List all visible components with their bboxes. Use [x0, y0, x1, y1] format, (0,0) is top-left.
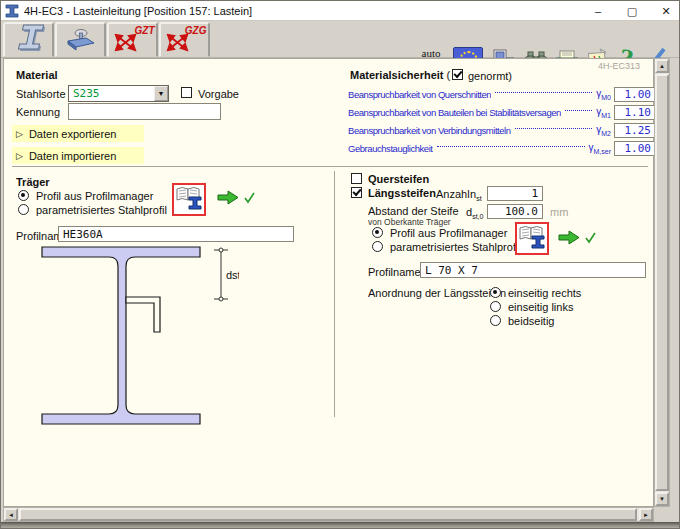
- traeger-parametrisiert-label: parametrisiertes Stahlprofil: [36, 204, 167, 216]
- module-code: 4H-EC313: [598, 61, 640, 71]
- app-window: 4H-EC3 - Lasteinleitung [Position 157: L…: [0, 0, 680, 529]
- anordnung-links-label: einseitig links: [508, 301, 573, 313]
- traeger-profilmanager-button[interactable]: [172, 183, 206, 216]
- title-bar: 4H-EC3 - Lasteinleitung [Position 157: L…: [1, 1, 679, 21]
- traeger-profilmanager-radio[interactable]: [18, 190, 29, 201]
- gzt-crossed-arrows-icon: GZT: [111, 26, 155, 54]
- gzg-label: GZG: [185, 25, 207, 36]
- column-divider: [334, 171, 335, 417]
- daten-importieren-action[interactable]: ▷ Daten importieren: [12, 147, 144, 164]
- scroll-right-button[interactable]: ►: [639, 508, 653, 521]
- green-check-icon: [584, 231, 597, 244]
- gamma-row: Beanspruchbarkeit von Querschnitten γM0 …: [348, 86, 656, 102]
- i-beam-shape: [42, 247, 200, 424]
- gamma-row: Gebrauchstauglichkeit γM,ser 1.00: [348, 140, 656, 156]
- gamma-symbol: γM1: [596, 106, 611, 119]
- window-bottom-frame: [1, 522, 679, 529]
- anordnung-rechts-radio[interactable]: [490, 287, 501, 298]
- dimension-label: dst0: [226, 269, 239, 281]
- green-arrow-icon: [216, 190, 240, 205]
- kennung-input[interactable]: [68, 103, 221, 120]
- stahlsorte-select[interactable]: S235 ▼: [68, 85, 169, 102]
- gamma-symbol: γM,ser: [589, 142, 612, 155]
- angle-stiffener-shape: [126, 297, 160, 332]
- green-check-icon: [243, 191, 256, 204]
- scroll-down-button[interactable]: ▼: [655, 492, 669, 506]
- steifen-profilmanager-label: Profil aus Profilmanager: [390, 227, 507, 239]
- traeger-profilname-input[interactable]: [58, 226, 294, 242]
- vorgabe-checkbox[interactable]: [181, 87, 192, 98]
- anordnung-links-radio[interactable]: [490, 301, 501, 312]
- green-arrow-icon: [557, 230, 581, 245]
- gamma-row: Beanspruchbarkeit von Verbindungsmitteln…: [348, 122, 656, 138]
- dotted-leader: [515, 128, 593, 129]
- steifen-profilmanager-button[interactable]: [515, 222, 549, 255]
- gamma-row-label: Gebrauchstauglichkeit: [348, 143, 433, 154]
- laengssteifen-label: Längssteifen: [368, 187, 436, 199]
- traeger-parametrisiert-radio[interactable]: [18, 204, 29, 215]
- gzt-label: GZT: [135, 25, 155, 36]
- stahlsorte-label: Stahlsorte: [16, 88, 66, 100]
- dropdown-arrow-icon[interactable]: ▼: [154, 86, 168, 101]
- vertical-scroll-thumb[interactable]: [655, 74, 669, 491]
- run-arrow-icon: ▷: [16, 151, 23, 161]
- steifen-profilname-input[interactable]: [420, 262, 646, 278]
- gamma-symbol: γM0: [596, 88, 611, 101]
- horizontal-scrollbar[interactable]: ◄ ►: [3, 507, 654, 522]
- material-section-title: Material: [16, 69, 58, 81]
- main-panel: 4H-EC313 Material Stahlsorte S235 ▼ Vorg…: [3, 58, 654, 507]
- daten-exportieren-label: Daten exportieren: [29, 128, 116, 140]
- dotted-leader: [437, 146, 585, 147]
- steifen-status: [557, 230, 597, 245]
- gamma-value[interactable]: 1.10: [614, 105, 656, 120]
- dotted-leader: [565, 110, 592, 111]
- abstand-unit: mm: [550, 206, 568, 218]
- scroll-up-button[interactable]: ▲: [655, 59, 669, 73]
- gamma-row-label: Beanspruchbarkeit von Querschnitten: [348, 89, 491, 100]
- tab-gzg[interactable]: GZG: [159, 22, 210, 57]
- anzahl-input[interactable]: [487, 186, 543, 201]
- vorgabe-label: Vorgabe: [198, 88, 239, 100]
- load-bearing-icon: [64, 24, 98, 56]
- window-title: 4H-EC3 - Lasteinleitung [Position 157: L…: [24, 5, 252, 17]
- abstand-symbol: dst,0: [466, 206, 483, 220]
- abstand-sublabel: von Oberkante Träger: [368, 217, 451, 227]
- laengssteifen-checkbox[interactable]: [351, 187, 362, 198]
- quersteifen-label: Quersteifen: [368, 173, 429, 185]
- anordnung-beidseitig-radio[interactable]: [490, 315, 501, 326]
- steifen-profilmanager-radio[interactable]: [372, 227, 383, 238]
- dotted-leader: [495, 92, 592, 93]
- tab-profile[interactable]: [3, 22, 54, 57]
- scroll-left-button[interactable]: ◄: [4, 508, 18, 521]
- anordnung-rechts-label: einseitig rechts: [508, 287, 581, 299]
- gamma-value[interactable]: 1.25: [614, 123, 656, 138]
- tab-gzt[interactable]: GZT: [107, 22, 158, 57]
- traeger-section-title: Träger: [16, 176, 50, 188]
- gzg-crossed-arrows-icon: GZG: [163, 26, 207, 54]
- gamma-row-label: Beanspruchbarkeit von Bauteilen bei Stab…: [348, 107, 561, 118]
- anordnung-label: Anordnung der Längssteifen: [368, 287, 506, 299]
- stahlsorte-value: S235: [69, 87, 154, 100]
- genormt-checkbox[interactable]: [452, 69, 463, 80]
- abstand-input[interactable]: [487, 204, 543, 219]
- kennung-label: Kennung: [16, 106, 60, 118]
- section-divider: [12, 166, 648, 167]
- steifen-parametrisiert-radio[interactable]: [372, 241, 383, 252]
- gamma-row-label: Beanspruchbarkeit von Verbindungsmitteln: [348, 125, 511, 136]
- horizontal-scroll-thumb[interactable]: [19, 508, 637, 521]
- gamma-value[interactable]: 1.00: [614, 141, 656, 156]
- gamma-symbol: γM2: [596, 124, 611, 137]
- app-icon: [5, 4, 19, 18]
- anzahl-symbol: nst: [470, 188, 482, 202]
- quersteifen-checkbox[interactable]: [351, 173, 362, 184]
- steifen-profilname-label: Profilname: [368, 266, 421, 278]
- close-button[interactable]: ✕: [657, 5, 675, 18]
- vertical-scrollbar[interactable]: ▲ ▼: [654, 58, 670, 507]
- daten-exportieren-action[interactable]: ▷ Daten exportieren: [12, 125, 144, 142]
- minimize-button[interactable]: –: [589, 5, 607, 17]
- materialsicherheit-section-title: Materialsicherheit (: [350, 69, 450, 81]
- gamma-value[interactable]: 1.00: [614, 87, 656, 102]
- maximize-button[interactable]: ▢: [623, 5, 641, 18]
- tab-load[interactable]: [55, 22, 106, 57]
- gamma-row: Beanspruchbarkeit von Bauteilen bei Stab…: [348, 104, 656, 120]
